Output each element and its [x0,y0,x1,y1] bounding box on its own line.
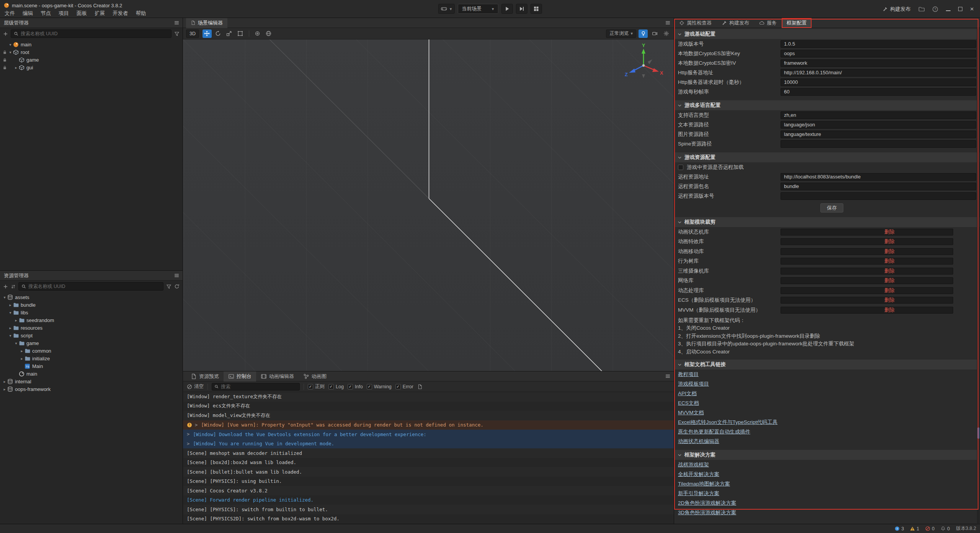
log-row[interactable]: >[Window] Download the Vue Devtools exte… [183,430,674,439]
menu-item[interactable]: 节点 [37,10,55,17]
menu-item[interactable]: 帮助 [132,10,150,17]
add-asset-button[interactable] [3,284,8,289]
mode-3d-button[interactable]: 3D [186,29,199,38]
doc-link[interactable]: Excel格式转Json文件与TypeScript代码工具 [678,417,777,427]
scene-viewport[interactable]: Y X Z [183,39,674,371]
panel-menu-icon[interactable] [174,273,180,278]
section-header[interactable]: 框架文档工具链接 [674,360,980,370]
filter-checkbox[interactable] [367,384,372,389]
hierarchy-node[interactable]: ▸gui [0,64,183,71]
assets-filter-icon[interactable] [166,284,172,289]
section-header[interactable]: 框架解决方案 [674,450,980,460]
rect-tool-button[interactable] [236,29,245,38]
menu-item[interactable]: 面板 [73,10,91,17]
field-input[interactable] [781,183,976,190]
console-search-input[interactable] [221,384,297,389]
lighting-toggle-button[interactable] [639,29,648,38]
section-header[interactable]: 游戏资源配置 [674,152,980,162]
asset-node[interactable]: main [0,370,183,378]
field-input[interactable] [781,173,976,181]
filter-checkbox[interactable] [395,384,401,389]
log-row[interactable]: [Scene] Forward render pipeline initiali… [183,495,674,505]
asset-node[interactable]: ▸oops-framework [0,385,183,393]
console-filter[interactable]: Error [395,384,413,389]
asset-node[interactable]: ▾game [0,339,183,347]
log-row[interactable]: [Scene] meshopt wasm decoder initialized [183,448,674,458]
asset-node[interactable]: ▸internal [0,378,183,385]
menu-item[interactable]: 文件 [1,10,19,17]
log-row[interactable]: [Window] ecs文件夹不存在 [183,402,674,411]
doc-link[interactable]: MVVM文档 [678,408,704,417]
log-row[interactable]: [Window] render_texture文件夹不存在 [183,392,674,402]
solution-link[interactable]: 全栈开发解决方案 [678,469,719,479]
close-button[interactable]: × [970,6,974,12]
expand-arrow-icon[interactable]: > [187,432,189,437]
field-input[interactable] [781,88,976,96]
clear-console-button[interactable]: 清空 [187,383,204,390]
log-row[interactable]: !>[Window] [Vue warn]: Property "onInput… [183,420,674,430]
field-input[interactable] [781,69,976,77]
coordinate-space-button[interactable] [264,29,273,38]
warning-count-button[interactable]: 1 [910,526,919,531]
filter-checkbox[interactable] [328,384,334,389]
chevron-down-icon[interactable]: ▾ [8,43,13,47]
log-row[interactable]: [Window] model_view文件夹不存在 [183,411,674,420]
hierarchy-node[interactable]: game [0,56,183,64]
hierarchy-search-input[interactable] [21,31,168,36]
solution-link[interactable]: 战棋游戏框架 [678,460,709,469]
solution-link[interactable]: 新手引导解决方案 [678,489,719,498]
console-filter[interactable]: Log [328,384,344,389]
doc-link[interactable]: API文档 [678,389,697,398]
hierarchy-search[interactable] [11,29,172,38]
menu-item[interactable]: 编辑 [19,10,37,17]
chevron-right-icon[interactable]: ▸ [19,356,24,361]
assets-search-input[interactable] [28,284,160,289]
delete-module-button[interactable]: 删除 [884,277,895,284]
delete-module-button[interactable]: 删除 [884,248,895,255]
field-input[interactable] [781,50,976,57]
asset-node[interactable]: ▸seedrandom [0,316,183,324]
field-input[interactable] [781,131,976,138]
scene-camera-button[interactable] [650,29,659,38]
rotate-tool-button[interactable] [214,29,223,38]
inspector-tab[interactable]: 框架配置 [782,18,812,28]
help-icon[interactable]: ? [932,6,938,12]
menu-item[interactable]: 项目 [55,10,73,17]
chevron-down-icon[interactable]: ▾ [2,295,7,299]
section-header[interactable]: 游戏多语言配置 [674,100,980,110]
doc-link[interactable]: 动画状态机编辑器 [678,437,719,446]
section-header[interactable]: 框架模块裁剪 [674,217,980,227]
asset-node[interactable]: TSMain [0,362,183,370]
asset-node[interactable]: ▸initialize [0,355,183,362]
hierarchy-node[interactable]: ▾main [0,41,183,48]
doc-link[interactable]: ECS文档 [678,398,699,408]
menu-item[interactable]: 开发者 [109,10,132,17]
remote-load-checkbox[interactable] [678,165,683,170]
log-row[interactable]: [Scene] [box2d]:box2d wasm lib loaded. [183,458,674,468]
notification-button[interactable]: 0 [941,526,950,531]
scale-tool-button[interactable] [225,29,234,38]
play-button[interactable] [501,4,513,14]
log-row[interactable]: [Scene] [PHYSICS]: using builtin. [183,477,674,486]
chevron-right-icon[interactable]: ▸ [8,326,13,330]
console-tab[interactable]: 动画图 [299,371,331,381]
chevron-right-icon[interactable]: ▸ [2,379,7,384]
hierarchy-node[interactable]: ▾root [0,48,183,56]
asset-node[interactable]: ▸common [0,347,183,355]
solution-link[interactable]: 3D角色扮演游戏解决方案 [678,508,736,517]
sort-assets-icon[interactable] [11,284,16,289]
chevron-down-icon[interactable]: ▾ [8,50,13,54]
regex-toggle[interactable]: 正则 [308,383,325,390]
section-header[interactable]: 游戏基础配置 [674,29,980,39]
chevron-down-icon[interactable]: ▾ [8,334,13,338]
chevron-right-icon[interactable]: ▸ [19,349,24,353]
field-input[interactable] [781,78,976,86]
pivot-button[interactable] [253,29,262,38]
panel-menu-icon[interactable] [665,20,671,26]
inspector-tab[interactable]: 服务 [754,18,782,28]
doc-link[interactable]: 游戏模板项目 [678,379,709,389]
panel-menu-icon[interactable] [665,373,671,379]
step-button[interactable] [516,4,527,14]
log-row[interactable]: [Scene] [bullet]:bullet wasm lib loaded. [183,467,674,477]
asset-node[interactable]: ▾script [0,332,183,339]
